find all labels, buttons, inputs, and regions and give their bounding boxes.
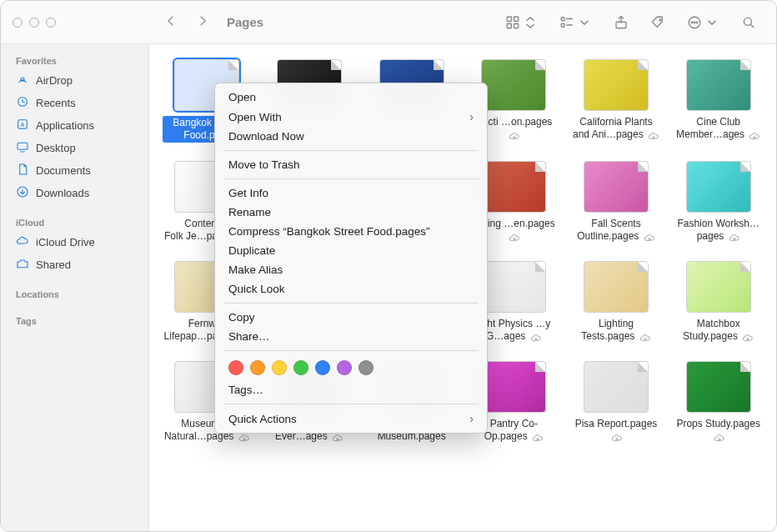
tag-color-dot[interactable] [228,360,243,375]
zoom-window-button[interactable] [46,18,56,28]
sidebar-item-icloud-drive[interactable]: iCloud Drive [1,231,148,253]
shared-icon [16,257,29,273]
file-thumbnail [584,261,649,313]
menu-item-open[interactable]: Open [215,88,487,107]
forward-button[interactable] [195,13,210,31]
menu-item-rename[interactable]: Rename [215,203,487,222]
minimize-window-button[interactable] [29,18,39,28]
file-item[interactable]: California Plants and Ani…pages [572,59,661,143]
sidebar-item-label: AirDrop [36,74,73,87]
tag-color-dot[interactable] [315,360,330,375]
svg-rect-20 [18,143,28,149]
file-thumbnail [686,59,751,111]
tag-color-dot[interactable] [293,360,308,375]
menu-item-share[interactable]: Share… [215,327,487,346]
menu-item-label: Make Alias [228,263,283,276]
menu-item-duplicate[interactable]: Duplicate [215,241,487,260]
file-item[interactable]: Fashion Worksh…pages [674,161,763,243]
svg-point-12 [694,22,695,23]
recents-icon [16,95,29,111]
menu-item-label: Open With [228,111,282,123]
desktop-icon [16,140,29,156]
menu-separator [223,178,479,179]
tag-color-dot[interactable] [272,360,287,375]
close-window-button[interactable] [13,18,23,28]
menu-item-label: Share… [228,330,270,343]
chevron-right-icon: › [469,412,474,425]
icloud-download-icon [714,433,725,441]
sidebar-item-label: Documents [36,164,91,177]
icloud-download-icon [530,333,542,341]
menu-item-copy[interactable]: Copy [215,308,487,327]
sidebar-section-header: Favorites [1,51,148,69]
menu-item-compress-bangkok-street-food-pages[interactable]: Compress “Bangkok Street Food.pages” [215,222,487,241]
file-thumbnail [584,361,649,413]
file-item[interactable]: Lighting Tests.pages [572,261,661,343]
file-thumbnail [686,261,751,313]
tag-color-dot[interactable] [337,360,352,375]
svg-rect-0 [507,17,511,21]
sidebar-item-applications[interactable]: AApplications [1,114,148,137]
sidebar: FavoritesAirDropRecentsAApplicationsDesk… [1,44,149,531]
menu-item-label: Compress “Bangkok Street Food.pages” [228,225,430,238]
file-item[interactable]: Props Study.pages [674,361,763,443]
airdrop-icon [16,73,29,88]
group-by-button[interactable] [559,15,592,30]
menu-item-get-info[interactable]: Get Info [215,183,487,203]
sidebar-item-airdrop[interactable]: AirDrop [1,69,148,92]
icloud-download-icon [648,131,659,139]
chevron-right-icon: › [469,110,474,123]
file-name-label: Matchbox Study.pages [674,318,763,343]
menu-item-open-with[interactable]: Open With› [215,107,487,127]
window-controls [1,18,68,28]
menu-item-label: Copy [228,311,255,324]
file-thumbnail [481,161,546,213]
sidebar-item-label: iCloud Drive [36,236,95,248]
svg-rect-4 [561,18,564,21]
svg-rect-3 [514,23,519,28]
file-name-label: Pisa Report.pages [572,418,661,443]
svg-text:A: A [21,121,25,128]
menu-item-quick-actions[interactable]: Quick Actions› [215,409,487,429]
location-title: Pages [227,15,263,29]
more-actions-button[interactable] [687,15,719,30]
view-mode-button[interactable] [505,15,538,30]
sidebar-item-desktop[interactable]: Desktop [1,137,148,159]
menu-separator [223,404,479,404]
menu-item-make-alias[interactable]: Make Alias [215,260,487,279]
titlebar: Pages [1,1,776,44]
menu-item-quick-look[interactable]: Quick Look [215,279,487,299]
file-item[interactable]: Pisa Report.pages [572,361,661,443]
menu-item-tags[interactable]: Tags… [215,380,487,399]
icloud-download-icon [332,433,343,441]
file-thumbnail [481,59,546,111]
tag-color-dot[interactable] [358,360,373,375]
context-menu: OpenOpen With›Download NowMove to TrashG… [214,83,488,434]
back-button[interactable] [163,13,178,31]
icloud-download-icon [644,233,655,241]
file-thumbnail [481,261,546,313]
sidebar-item-shared[interactable]: Shared [1,253,148,276]
file-name-label: Fashion Worksh…pages [674,218,763,243]
menu-item-download-now[interactable]: Download Now [215,127,487,146]
share-button[interactable] [614,15,629,30]
icloud-download-icon [238,433,250,441]
menu-item-move-to-trash[interactable]: Move to Trash [215,155,487,174]
documents-icon [16,163,29,178]
svg-point-11 [691,22,693,23]
menu-item-label: Duplicate [228,244,275,257]
sidebar-item-recents[interactable]: Recents [1,92,148,114]
tag-color-dot[interactable] [250,360,265,375]
icloud-icon [16,234,29,250]
icloud-download-icon [611,433,623,441]
menu-item-label: Download Now [228,130,304,143]
file-item[interactable]: Cine Club Member…ages [674,59,763,143]
file-name-label: Lighting Tests.pages [572,318,661,343]
search-button[interactable] [741,15,756,30]
icloud-download-icon [532,433,544,441]
sidebar-item-downloads[interactable]: Downloads [1,182,148,204]
file-item[interactable]: Fall Scents Outline.pages [572,161,661,243]
tags-button[interactable] [650,15,665,30]
sidebar-item-documents[interactable]: Documents [1,159,148,182]
file-item[interactable]: Matchbox Study.pages [674,261,763,343]
